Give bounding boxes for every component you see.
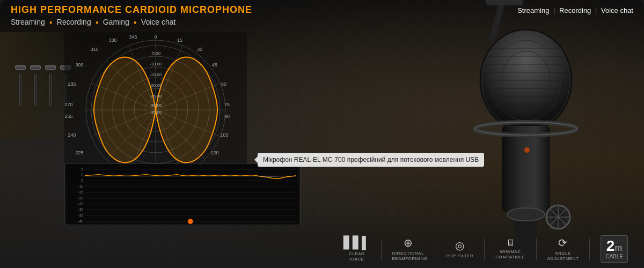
svg-text:-5.00: -5.00	[151, 51, 161, 56]
frequency-chart-area: 5 0 -5 -10 -15 -20 -25 -30 -35 -40	[64, 163, 301, 225]
win-mac-label: WIN/MACCOMPATIBLE	[495, 249, 525, 259]
svg-text:-5: -5	[80, 178, 83, 182]
page-title: HIGH PERFORMANCE CARDIOID MICROPHONE	[11, 4, 252, 16]
polar-chart-svg: 0 15 30 45 60 75 90 105 120 135 150 165 …	[64, 32, 247, 182]
sep2: |	[595, 6, 597, 14]
svg-text:60: 60	[221, 81, 226, 87]
angle-icon: ⟳	[558, 236, 567, 249]
tooltip-text: Мікрофон REAL-EL MC-700 професійний для …	[263, 156, 479, 163]
dot1: ●	[49, 19, 53, 25]
fader-knob	[15, 65, 26, 70]
feature-icons-row: ▋▋▌ CLEARVOICE ⊕ DIRECTIONALBEAMFORMING …	[333, 235, 639, 263]
header-right: Streaming | Recording | Voice chat	[517, 4, 633, 14]
angle-label: ANGLEADJUSTMENT	[547, 251, 579, 261]
subtitle-gaming: Gaming	[103, 18, 129, 26]
frequency-chart-svg: 5 0 -5 -10 -15 -20 -25 -30 -35 -40	[65, 164, 300, 225]
svg-text:-20: -20	[78, 196, 83, 200]
svg-text:75: 75	[224, 102, 230, 107]
feature-cable: 2m CABLE	[601, 235, 628, 263]
svg-text:300: 300	[75, 62, 83, 68]
svg-text:5: 5	[81, 167, 83, 171]
svg-text:-10: -10	[78, 184, 83, 188]
icon-separator	[536, 239, 537, 260]
feature-pop-filter: ◎ POP FILTER	[446, 239, 473, 259]
svg-text:-35: -35	[78, 213, 83, 217]
svg-text:-25: -25	[78, 202, 83, 206]
svg-text:0: 0	[154, 34, 157, 40]
svg-text:270: 270	[64, 102, 72, 107]
header: HIGH PERFORMANCE CARDIOID MICROPHONE Str…	[0, 0, 644, 29]
svg-text:-25.00: -25.00	[150, 94, 162, 99]
main-container: HIGH PERFORMANCE CARDIOID MICROPHONE Str…	[0, 0, 644, 268]
svg-text:240: 240	[68, 132, 76, 138]
svg-point-68	[188, 219, 193, 224]
feature-directional: ⊕ DIRECTIONALBEAMFORMING	[392, 236, 424, 261]
fader-track	[49, 74, 52, 106]
subtitle-streaming: Streaming	[11, 18, 45, 26]
icon-separator	[589, 239, 590, 260]
fader-knob	[45, 65, 56, 70]
subtitle-recording: Recording	[57, 18, 91, 26]
cable-length-number: 2m	[605, 239, 623, 254]
feature-angle: ⟳ ANGLEADJUSTMENT	[547, 236, 579, 261]
svg-text:285: 285	[68, 81, 76, 87]
header-left: HIGH PERFORMANCE CARDIOID MICROPHONE Str…	[11, 4, 252, 26]
product-tooltip: Мікрофон REAL-EL MC-700 професійний для …	[258, 153, 484, 167]
feature-win-mac: 🖥 WIN/MACCOMPATIBLE	[495, 238, 525, 259]
svg-text:15: 15	[177, 38, 182, 43]
svg-text:105: 105	[220, 132, 228, 138]
fader-track	[19, 74, 21, 106]
cable-label: CABLE	[605, 254, 623, 259]
svg-text:-20.00: -20.00	[150, 83, 162, 88]
clear-voice-icon: ▋▋▌	[343, 236, 370, 250]
svg-text:-15: -15	[78, 190, 83, 194]
dot2: ●	[96, 19, 99, 25]
top-voicechat: Voice chat	[601, 6, 633, 14]
svg-text:345: 345	[129, 34, 137, 40]
directional-label: DIRECTIONALBEAMFORMING	[392, 251, 424, 261]
directional-icon: ⊕	[404, 236, 413, 249]
svg-text:-15.00: -15.00	[150, 72, 162, 77]
clear-voice-label: CLEARVOICE	[349, 251, 364, 262]
polar-chart-area: 0 15 30 45 60 75 90 105 120 135 150 165 …	[64, 32, 247, 182]
svg-text:30: 30	[197, 47, 202, 52]
subtitle-voicechat: Voice chat	[141, 18, 176, 26]
fader-track	[34, 74, 36, 106]
svg-text:315: 315	[90, 47, 98, 52]
icon-separator	[381, 239, 382, 260]
svg-text:255: 255	[64, 114, 72, 119]
feature-clear-voice: ▋▋▌ CLEARVOICE	[343, 236, 370, 262]
svg-text:0: 0	[81, 173, 83, 177]
svg-text:-30: -30	[78, 207, 83, 211]
svg-text:-40: -40	[78, 219, 83, 223]
svg-text:120: 120	[210, 150, 218, 155]
subtitle-line: Streaming ● Recording ● Gaming ● Voice c…	[11, 18, 252, 26]
svg-text:45: 45	[212, 62, 217, 68]
sep1: |	[553, 6, 555, 14]
pop-filter-icon: ◎	[455, 239, 464, 252]
top-streaming: Streaming	[517, 6, 549, 14]
fader-knob	[30, 65, 41, 70]
pop-filter-label: POP FILTER	[446, 254, 473, 259]
icon-separator	[484, 239, 485, 260]
svg-text:90: 90	[224, 114, 230, 119]
svg-text:-30.00: -30.00	[150, 103, 162, 108]
svg-rect-47	[67, 164, 298, 225]
icon-separator	[435, 239, 435, 260]
svg-text:330: 330	[108, 38, 116, 43]
top-recording: Recording	[559, 6, 591, 14]
svg-text:-35.00: -35.00	[150, 110, 162, 115]
svg-text:225: 225	[75, 150, 83, 155]
dot3: ●	[134, 19, 137, 25]
win-mac-icon: 🖥	[506, 238, 515, 248]
svg-text:-10.00: -10.00	[150, 62, 162, 66]
